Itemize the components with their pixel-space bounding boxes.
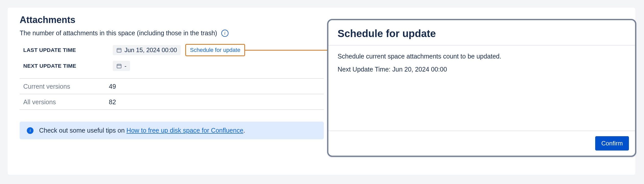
- svg-rect-4: [117, 64, 121, 68]
- tips-info-banner: i Check out some useful tips on How to f…: [20, 122, 324, 139]
- calendar-icon: [116, 47, 122, 53]
- last-update-value: Jun 15, 2024 00:00: [124, 47, 177, 54]
- table-row: All versions 82: [20, 94, 324, 110]
- version-counts-table: Current versions 49 All versions 82: [20, 78, 324, 110]
- banner-prefix: Check out some useful tips on: [39, 127, 126, 134]
- callout-connector-line: [245, 50, 327, 51]
- schedule-update-dialog: Schedule for update Schedule current spa…: [327, 19, 636, 157]
- last-update-value-pill: Jun 15, 2024 00:00: [113, 45, 181, 55]
- section-subtitle: The number of attachments in this space …: [20, 29, 217, 37]
- dialog-body: Schedule current space attachments count…: [328, 45, 635, 131]
- confirm-button[interactable]: Confirm: [595, 136, 629, 151]
- banner-suffix: .: [243, 127, 245, 134]
- next-update-value: -: [124, 62, 126, 70]
- schedule-for-update-link[interactable]: Schedule for update: [185, 44, 245, 56]
- calendar-icon: [116, 63, 122, 69]
- last-update-label: LAST UPDATE TIME: [23, 47, 108, 53]
- next-update-label: NEXT UPDATE TIME: [23, 63, 108, 69]
- all-versions-label: All versions: [23, 98, 109, 106]
- info-icon: i: [27, 127, 33, 134]
- next-update-value-pill: -: [113, 61, 130, 71]
- dialog-title: Schedule for update: [338, 28, 626, 39]
- dialog-footer: Confirm: [328, 131, 635, 156]
- all-versions-value: 82: [109, 98, 324, 106]
- info-icon[interactable]: i: [221, 30, 228, 37]
- dialog-header: Schedule for update: [328, 20, 635, 45]
- current-versions-label: Current versions: [23, 83, 109, 90]
- dialog-next-update: Next Update Time: Jun 20, 2024 00:00: [338, 66, 626, 73]
- dialog-description: Schedule current space attachments count…: [338, 53, 626, 60]
- banner-text: Check out some useful tips on How to fre…: [39, 127, 245, 134]
- current-versions-value: 49: [109, 83, 324, 90]
- table-row: Current versions 49: [20, 79, 324, 94]
- free-disk-space-link[interactable]: How to free up disk space for Confluence: [126, 127, 243, 134]
- svg-rect-0: [117, 49, 121, 52]
